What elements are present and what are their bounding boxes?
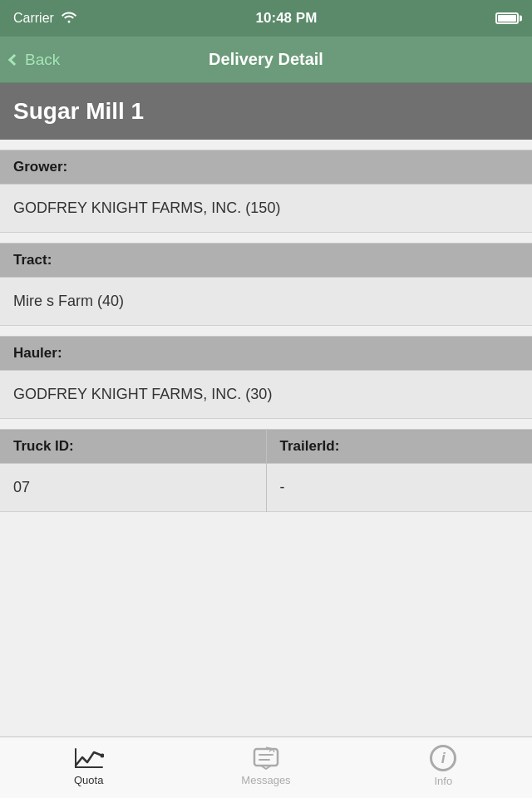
page-title: Sugar Mill 1 xyxy=(13,98,144,124)
tab-quota[interactable]: Quota xyxy=(0,737,177,798)
truck-trailer-section: Truck ID: 07 TrailerId: - xyxy=(0,429,532,512)
truck-id-col: Truck ID: 07 xyxy=(0,429,267,512)
nav-bar: Back Delivery Detail xyxy=(0,37,532,83)
tract-value: Mire s Farm (40) xyxy=(0,278,532,326)
trailer-id-label: TrailerId: xyxy=(267,429,533,464)
info-label: Info xyxy=(434,775,452,787)
tab-info[interactable]: i Info xyxy=(355,737,532,798)
tract-label: Tract: xyxy=(0,243,532,278)
quota-label: Quota xyxy=(74,774,103,786)
hauler-label: Hauler: xyxy=(0,336,532,371)
back-label: Back xyxy=(25,51,60,69)
status-bar-time: 10:48 PM xyxy=(256,10,318,27)
tab-messages[interactable]: Messages xyxy=(177,737,354,798)
wifi-icon xyxy=(61,10,77,27)
hauler-value: GODFREY KNIGHT FARMS, INC. (30) xyxy=(0,371,532,419)
page-header: Sugar Mill 1 xyxy=(0,83,532,140)
back-chevron-icon xyxy=(8,53,20,65)
trailer-id-value: - xyxy=(267,464,533,512)
grower-value: GODFREY KNIGHT FARMS, INC. (150) xyxy=(0,185,532,233)
grower-label: Grower: xyxy=(0,150,532,185)
carrier-label: Carrier xyxy=(13,11,54,26)
grower-section: Grower: GODFREY KNIGHT FARMS, INC. (150) xyxy=(0,150,532,233)
tract-section: Tract: Mire s Farm (40) xyxy=(0,243,532,326)
hauler-section: Hauler: GODFREY KNIGHT FARMS, INC. (30) xyxy=(0,336,532,419)
back-button[interactable]: Back xyxy=(10,51,60,69)
tab-bar: Quota Messages i Info xyxy=(0,736,532,798)
status-bar-left: Carrier xyxy=(13,10,77,27)
trailer-id-col: TrailerId: - xyxy=(267,429,533,512)
status-bar-right xyxy=(495,12,519,24)
truck-id-label: Truck ID: xyxy=(0,429,266,464)
truck-id-value: 07 xyxy=(0,464,266,512)
quota-icon xyxy=(74,746,104,771)
nav-title: Delivery Detail xyxy=(209,50,323,69)
battery-icon xyxy=(495,12,519,24)
content-area: Grower: GODFREY KNIGHT FARMS, INC. (150)… xyxy=(0,140,532,732)
info-icon: i xyxy=(430,745,456,771)
messages-icon xyxy=(251,746,281,771)
messages-label: Messages xyxy=(241,774,290,786)
status-bar: Carrier 10:48 PM xyxy=(0,0,532,37)
